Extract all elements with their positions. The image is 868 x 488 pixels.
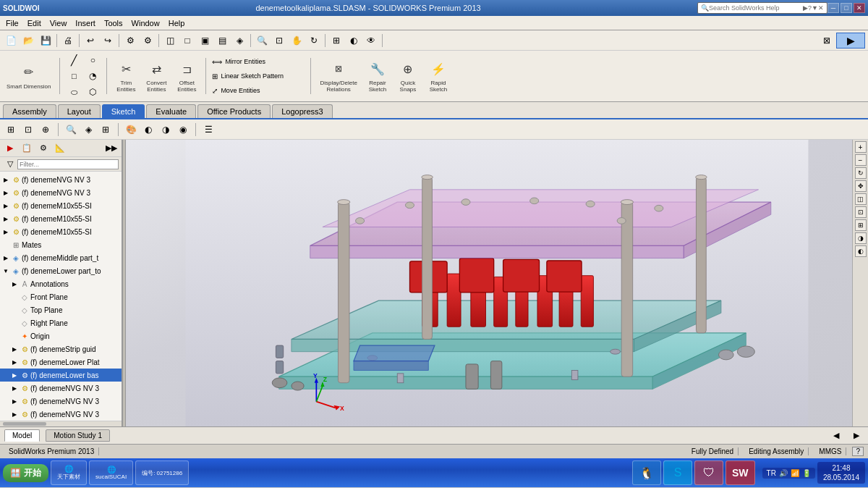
view-section-btn[interactable]: ◑ (855, 232, 867, 244)
minimize-button[interactable]: ─ (827, 3, 839, 13)
expander-t16[interactable]: ▶ (10, 371, 19, 379)
trim-button[interactable]: ✂ TrimEntities (112, 56, 140, 96)
expander-t12[interactable] (10, 319, 19, 327)
taskbar-btn-id[interactable]: 编号: 02751286 (135, 460, 189, 485)
menu-tools[interactable]: Tools (100, 17, 127, 29)
system-clock[interactable]: 21:48 28.05.2014 (817, 462, 865, 484)
expander-t17[interactable]: ▶ (10, 384, 19, 392)
network-icon[interactable]: 📶 (791, 469, 799, 477)
tab-logopress3[interactable]: Logopress3 (272, 104, 333, 118)
expander-t14[interactable]: ▶ (10, 345, 19, 353)
expander-t18[interactable]: ▶ (10, 397, 19, 405)
search-go-icon[interactable]: ▶ (803, 4, 808, 12)
tree-item-t9[interactable]: ▶ A Annotations (0, 277, 122, 290)
menu-insert[interactable]: Insert (71, 17, 100, 29)
tree-item-t7[interactable]: ▶ ◈ (f) denemeMiddle part_t (0, 251, 122, 264)
sketch-button[interactable]: ✏ Smart Dimension (3, 56, 54, 96)
view-3d-button[interactable]: ◈ (231, 33, 247, 49)
tree-item-t16[interactable]: ▶ ⚙ (f) denemeLower bas (0, 369, 122, 382)
expander-t5[interactable]: ▶ (1, 227, 10, 236)
menu-file[interactable]: File (1, 17, 23, 29)
search-down-icon[interactable]: ▼ (812, 4, 818, 12)
tree-item-t3[interactable]: ▶ ⚙ (f) denemeM10x55-SI (0, 199, 122, 212)
tree-filter-input[interactable] (17, 159, 119, 169)
arc-button[interactable]: ◔ (84, 69, 101, 83)
view-orient-2-btn[interactable]: ⊡ (855, 206, 867, 218)
view-zoom-out-btn[interactable]: − (855, 154, 867, 166)
view-pan-btn[interactable]: ✥ (855, 180, 867, 192)
taskbar-btn-sw[interactable]: SW (726, 460, 755, 485)
sketch-relations-btn[interactable]: ⊡ (20, 122, 36, 138)
tree-item-t2[interactable]: ▶ ⚙ (f) denemeNVG NV 3 (0, 186, 122, 199)
tree-item-t10[interactable]: ◇ Front Plane (0, 290, 122, 303)
menu-window[interactable]: Window (127, 17, 164, 29)
expander-t6[interactable] (1, 240, 10, 249)
menu-help[interactable]: Help (164, 17, 190, 29)
save-button[interactable]: 💾 (38, 33, 54, 49)
sketch-snap-btn[interactable]: ⊕ (38, 122, 54, 138)
tab-evaluate[interactable]: Evaluate (146, 104, 196, 118)
view-front-button[interactable]: □ (179, 33, 195, 49)
expander-t4[interactable]: ▶ (1, 214, 10, 223)
tab-office-products[interactable]: Office Products (197, 104, 271, 118)
tree-item-t6[interactable]: ⊞ Mates (0, 238, 122, 251)
convert-button[interactable]: ⇄ ConvertEntities (142, 56, 170, 96)
tree-item-t18[interactable]: ▶ ⚙ (f) denemeNVG NV 3 (0, 395, 122, 408)
section-sketch-btn[interactable]: ⊞ (98, 122, 114, 138)
tree-item-t12[interactable]: ◇ Right Plane (0, 316, 122, 329)
sketch-grid-btn[interactable]: ⊞ (3, 122, 19, 138)
slot-button[interactable]: ⬭ (65, 85, 82, 99)
taskbar-btn-sucai[interactable]: 🌐 天下素材 (51, 460, 87, 485)
expander-t1[interactable]: ▶ (1, 175, 10, 184)
view-rotate-btn[interactable]: ↻ (855, 167, 867, 179)
pan-button[interactable]: ✋ (289, 33, 305, 49)
tree-item-t15[interactable]: ▶ ⚙ (f) denemeLower Plat (0, 356, 122, 369)
undo-button[interactable]: ↩ (82, 33, 98, 49)
view-orient-1-btn[interactable]: ◫ (855, 193, 867, 205)
search-input[interactable] (709, 4, 803, 12)
view-orient-button[interactable]: ◫ (162, 33, 178, 49)
display-delete-button[interactable]: ⊠ Display/DeleteRelations (316, 56, 361, 96)
display-style-button[interactable]: ◐ (346, 33, 362, 49)
new-button[interactable]: 📄 (3, 33, 19, 49)
display-color-btn[interactable]: 🎨 (123, 122, 139, 138)
repair-sketch-button[interactable]: 🔧 RepairSketch (364, 56, 391, 96)
search-box[interactable]: 🔍 ▶ ? ▼ ✕ (697, 2, 827, 14)
expander-t15[interactable]: ▶ (10, 358, 19, 366)
expander-t13[interactable] (10, 332, 19, 340)
view-top-button[interactable]: ▣ (197, 33, 213, 49)
menu-view[interactable]: View (46, 17, 72, 29)
tree-item-t8[interactable]: ▼ ◈ (f) denemeLower part_to (0, 264, 122, 277)
taskbar-btn-av[interactable]: 🛡 (694, 460, 723, 485)
tree-item-t17[interactable]: ▶ ⚙ (f) denemeNVG NV 3 (0, 382, 122, 395)
view-orient-3-btn[interactable]: ⊞ (855, 219, 867, 231)
circle-button[interactable]: ○ (84, 53, 101, 67)
tree-item-t1[interactable]: ▶ ⚙ (f) denemeNVG NV 3 (0, 173, 122, 186)
line-button[interactable]: ╱ (65, 53, 82, 67)
bottom-scroll-left[interactable]: ◀ (829, 429, 843, 442)
print-button[interactable]: 🖨 (60, 33, 76, 49)
zoom-fit-button[interactable]: ⊡ (271, 33, 287, 49)
feature-tree-scroll[interactable]: ▶ ⚙ (f) denemeNVG NV 3 ▶ ⚙ (f) denemeNVG… (0, 172, 122, 421)
expander-t3[interactable]: ▶ (1, 201, 10, 210)
hide-show-button[interactable]: 👁 (363, 33, 379, 49)
property-manager-tab[interactable]: 📋 (20, 142, 34, 155)
zoom-area-button[interactable]: 🔍 (254, 33, 270, 49)
expander-t9[interactable]: ▶ (10, 279, 19, 288)
open-button[interactable]: 📂 (20, 33, 36, 49)
tree-item-t4[interactable]: ▶ ⚙ (f) denemeM10x55-SI (0, 212, 122, 225)
menu-edit[interactable]: Edit (23, 17, 46, 29)
mirror-button[interactable]: ⟺ Mirror Entities (211, 55, 298, 68)
tree-item-t5[interactable]: ▶ ⚙ (f) denemeM10x55-SI (0, 225, 122, 238)
maximize-button[interactable]: □ (841, 3, 852, 13)
section-view-button[interactable]: ⊞ (328, 33, 344, 49)
redo-button[interactable]: ↪ (100, 33, 116, 49)
rebuild-button[interactable]: ⚙ (122, 33, 138, 49)
help-button[interactable]: ? (852, 447, 864, 456)
offset-button[interactable]: ⊐ OffsetEntities (173, 56, 200, 96)
tab-layout[interactable]: Layout (58, 104, 101, 118)
tree-item-t14[interactable]: ▶ ⚙ (f) denemeStrip guid (0, 342, 122, 356)
view-display-btn[interactable]: ◐ (855, 245, 867, 257)
options-button[interactable]: ⚙ (140, 33, 156, 49)
quick-snaps-button[interactable]: ⊕ QuickSnaps (394, 56, 422, 96)
